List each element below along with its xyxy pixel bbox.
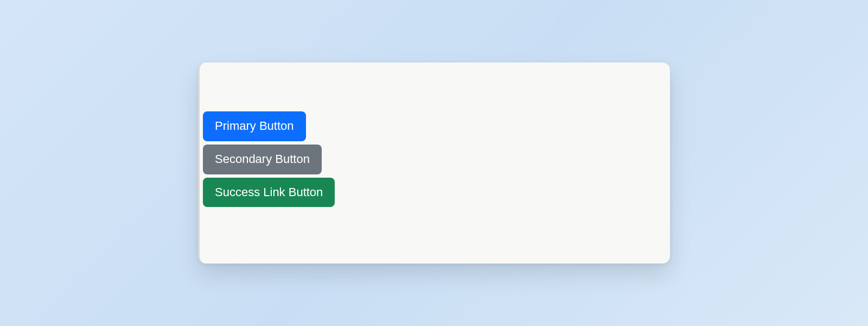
demo-card: Primary Button Secondary Button Success …	[198, 62, 670, 264]
button-row-secondary: Secondary Button	[203, 145, 670, 174]
success-link-button[interactable]: Success Link Button	[203, 178, 335, 208]
secondary-button[interactable]: Secondary Button	[203, 145, 322, 174]
primary-button[interactable]: Primary Button	[203, 111, 306, 141]
button-row-primary: Primary Button	[203, 111, 670, 141]
button-row-success: Success Link Button	[203, 178, 670, 208]
